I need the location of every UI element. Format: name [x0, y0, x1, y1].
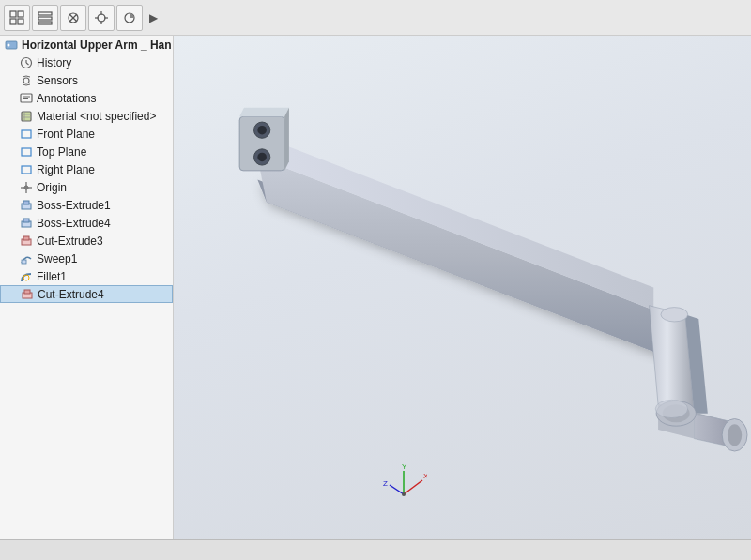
- fillet1-icon: [19, 269, 34, 284]
- top-plane-label: Top Plane: [37, 145, 86, 159]
- toolbar-expand-arrow[interactable]: ▶: [145, 5, 161, 31]
- svg-rect-30: [22, 148, 31, 156]
- svg-point-54: [257, 153, 267, 162]
- top-plane-icon: [19, 144, 34, 159]
- tree-item-boss-extrude4[interactable]: Boss-Extrude4: [0, 214, 173, 232]
- feature-tree-sidebar: Horizontal Upper Arm _ Han History: [0, 36, 174, 539]
- boss-extrude1-label: Boss-Extrude1: [37, 199, 111, 212]
- toolbar-btn-grid[interactable]: [4, 5, 30, 31]
- front-plane-icon: [19, 127, 34, 142]
- svg-text:X: X: [423, 472, 427, 480]
- svg-marker-46: [257, 157, 663, 355]
- boss-extrude4-icon: [19, 216, 34, 231]
- svg-point-10: [98, 14, 105, 22]
- tree-item-cut-extrude3[interactable]: Cut-Extrude3: [0, 232, 173, 250]
- origin-icon: [19, 180, 34, 195]
- svg-text:Z: Z: [383, 479, 388, 488]
- svg-marker-47: [257, 134, 653, 310]
- svg-rect-5: [38, 17, 52, 20]
- boss-extrude4-label: Boss-Extrude4: [37, 217, 111, 230]
- svg-line-70: [390, 485, 404, 494]
- cut-extrude4-label: Cut-Extrude4: [38, 288, 104, 301]
- svg-rect-31: [22, 166, 31, 174]
- svg-rect-41: [22, 260, 26, 264]
- svg-rect-6: [38, 22, 52, 24]
- svg-rect-40: [23, 236, 29, 240]
- svg-rect-44: [24, 290, 30, 294]
- svg-point-62: [728, 424, 742, 446]
- right-plane-label: Right Plane: [37, 163, 95, 176]
- tree-item-sensors[interactable]: Sensors: [0, 71, 173, 89]
- toolbar-btn-crosshair[interactable]: [88, 5, 115, 31]
- svg-text:Y: Y: [402, 462, 407, 471]
- front-plane-label: Front Plane: [37, 128, 95, 141]
- svg-rect-36: [23, 201, 29, 204]
- tree-item-boss-extrude1[interactable]: Boss-Extrude1: [0, 196, 173, 214]
- svg-rect-4: [38, 12, 52, 15]
- svg-point-57: [661, 308, 688, 322]
- tree-root-item[interactable]: Horizontal Upper Arm _ Han: [0, 36, 173, 53]
- toolbar-btn-pie[interactable]: [116, 5, 143, 31]
- tree-item-front-plane[interactable]: Front Plane: [0, 125, 173, 143]
- svg-point-72: [402, 492, 406, 496]
- svg-line-66: [404, 480, 422, 494]
- sweep1-icon: [19, 251, 34, 266]
- toolbar-btn-sym[interactable]: [60, 5, 86, 31]
- tree-item-material[interactable]: Material <not specified>: [0, 107, 173, 125]
- 3d-model-svg: [174, 36, 751, 539]
- root-icon: [4, 38, 19, 53]
- cut-extrude3-icon: [19, 234, 34, 249]
- cut-extrude3-label: Cut-Extrude3: [37, 235, 103, 248]
- svg-line-20: [26, 63, 29, 65]
- sensors-label: Sensors: [37, 74, 78, 87]
- svg-rect-2: [10, 19, 16, 24]
- status-bar: [0, 539, 751, 560]
- svg-rect-0: [10, 11, 16, 17]
- svg-point-17: [8, 43, 10, 46]
- svg-rect-22: [21, 94, 32, 102]
- svg-rect-29: [22, 130, 31, 138]
- svg-marker-49: [239, 108, 289, 117]
- arrow-icon: ▶: [149, 11, 158, 24]
- material-icon: [19, 109, 34, 124]
- annotations-icon: [19, 91, 34, 106]
- material-label: Material <not specified>: [37, 110, 156, 123]
- history-icon: [19, 55, 34, 70]
- svg-rect-3: [18, 19, 23, 24]
- tree-item-fillet1[interactable]: Fillet1: [0, 267, 173, 285]
- sweep1-label: Sweep1: [37, 252, 77, 265]
- tree-item-annotations[interactable]: Annotations: [0, 89, 173, 107]
- sidebar-resize-handle[interactable]: [168, 36, 173, 539]
- tree-item-origin[interactable]: Origin: [0, 178, 173, 196]
- tree-item-cut-extrude4[interactable]: Cut-Extrude4: [0, 285, 173, 303]
- origin-label: Origin: [37, 181, 67, 194]
- tree-item-right-plane[interactable]: Right Plane: [0, 160, 173, 178]
- svg-rect-1: [18, 11, 23, 17]
- main-area: Horizontal Upper Arm _ Han History: [0, 36, 751, 539]
- boss-extrude1-icon: [19, 198, 34, 213]
- svg-point-21: [23, 78, 29, 83]
- annotations-label: Annotations: [37, 92, 96, 105]
- tree-item-sweep1[interactable]: Sweep1: [0, 250, 173, 267]
- svg-point-52: [257, 126, 267, 135]
- svg-point-42: [23, 275, 29, 280]
- origin-axes: X Y Z: [380, 462, 427, 511]
- top-toolbar: ▶: [0, 0, 751, 36]
- tree-item-history[interactable]: History: [0, 53, 173, 71]
- cut-extrude4-icon: [20, 287, 35, 302]
- sensor-icon: [19, 73, 34, 88]
- toolbar-btn-list[interactable]: [32, 5, 58, 31]
- svg-point-65: [655, 400, 688, 417]
- 3d-viewport[interactable]: X Y Z: [174, 36, 751, 539]
- feature-tree-content: Horizontal Upper Arm _ Han History: [0, 36, 173, 539]
- history-label: History: [37, 56, 71, 69]
- fillet1-label: Fillet1: [37, 270, 67, 283]
- svg-marker-50: [284, 108, 289, 171]
- svg-rect-38: [23, 219, 29, 222]
- svg-rect-25: [22, 112, 31, 121]
- tree-item-top-plane[interactable]: Top Plane: [0, 143, 173, 160]
- right-plane-icon: [19, 162, 34, 177]
- root-item-label: Horizontal Upper Arm _ Han: [22, 38, 172, 52]
